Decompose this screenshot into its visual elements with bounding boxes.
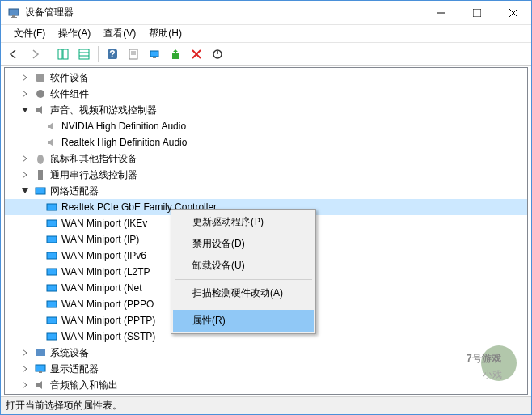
svg-rect-9: [79, 49, 89, 59]
svg-rect-31: [47, 252, 57, 259]
tree-node-display-adapters[interactable]: 显示适配器: [5, 361, 527, 377]
maximize-button[interactable]: [458, 1, 495, 25]
mouse-icon: [34, 152, 47, 165]
svg-rect-34: [47, 301, 57, 307]
collapse-icon[interactable]: [19, 185, 31, 197]
svg-rect-4: [473, 9, 481, 17]
audio-icon: [34, 104, 47, 116]
network-adapter-icon: [45, 217, 58, 230]
svg-rect-29: [47, 220, 57, 227]
collapse-icon[interactable]: [19, 104, 31, 116]
network-adapter-icon: [45, 265, 58, 278]
svg-rect-37: [36, 349, 45, 356]
tree-node-system-devices[interactable]: 系统设备: [5, 345, 527, 361]
toolbar: ?: [1, 43, 531, 66]
usb-icon: [34, 168, 47, 181]
expand-icon[interactable]: [19, 153, 31, 164]
device-category-icon: [34, 87, 47, 100]
menu-view[interactable]: 查看(V): [97, 25, 142, 42]
svg-rect-38: [36, 365, 45, 371]
svg-rect-2: [11, 17, 17, 18]
expand-icon[interactable]: [19, 363, 31, 375]
status-text: 打开当前选择项的属性表。: [6, 399, 122, 413]
svg-rect-26: [38, 170, 43, 180]
tree-node-audio-io[interactable]: 音频输入和输出: [5, 377, 527, 393]
network-icon: [34, 184, 47, 197]
ctx-separator: [175, 307, 312, 307]
svg-rect-8: [63, 49, 68, 59]
menu-action[interactable]: 操作(A): [52, 25, 97, 42]
device-category-icon: [34, 71, 47, 84]
expand-icon[interactable]: [19, 88, 31, 100]
network-adapter-icon: [45, 298, 58, 311]
audio-device-icon: [45, 136, 58, 149]
tree-node-sound-video-game[interactable]: 声音、视频和游戏控制器: [5, 102, 527, 118]
svg-text:?: ?: [109, 49, 115, 60]
ctx-update-driver[interactable]: 更新驱动程序(P): [173, 211, 314, 233]
window-title: 设备管理器: [25, 6, 422, 19]
svg-point-25: [37, 155, 44, 164]
expand-icon[interactable]: [19, 169, 31, 180]
menu-help[interactable]: 帮助(H): [142, 25, 188, 42]
svg-rect-39: [39, 371, 42, 373]
app-icon: [7, 6, 20, 19]
tree-node-software-components[interactable]: 软件组件: [5, 86, 527, 102]
menubar: 文件(F) 操作(A) 查看(V) 帮助(H): [1, 25, 531, 43]
close-button[interactable]: [495, 1, 531, 25]
context-menu: 更新驱动程序(P) 禁用设备(D) 卸载设备(U) 扫描检测硬件改动(A) 属性…: [171, 209, 316, 334]
svg-rect-23: [36, 74, 44, 82]
svg-rect-28: [47, 204, 57, 210]
disable-button[interactable]: [208, 44, 227, 64]
menu-file[interactable]: 文件(F): [7, 25, 52, 42]
audio-io-icon: [34, 379, 47, 392]
show-hide-tree-button[interactable]: [53, 44, 73, 64]
network-adapter-icon: [45, 330, 58, 343]
svg-rect-32: [47, 269, 57, 275]
svg-rect-1: [12, 15, 15, 17]
network-adapter-icon: [45, 314, 58, 327]
back-button[interactable]: [4, 44, 23, 64]
properties-button[interactable]: [124, 44, 143, 64]
svg-rect-18: [153, 57, 156, 58]
tree-node-network-adapters[interactable]: 网络适配器: [5, 183, 527, 199]
uninstall-button[interactable]: [187, 44, 206, 64]
expand-icon[interactable]: [19, 72, 31, 83]
audio-device-icon: [45, 120, 58, 133]
scan-hardware-button[interactable]: [145, 44, 164, 64]
ctx-scan-hardware[interactable]: 扫描检测硬件改动(A): [173, 282, 314, 304]
tree-node-mouse[interactable]: 鼠标和其他指针设备: [5, 150, 527, 167]
display-icon: [34, 362, 47, 375]
tree-node-realtek-audio[interactable]: Realtek High Definition Audio: [5, 134, 527, 150]
update-driver-button[interactable]: [166, 44, 185, 64]
svg-rect-33: [47, 285, 57, 291]
tree-node-usb[interactable]: 通用串行总线控制器: [5, 167, 527, 183]
forward-button[interactable]: [25, 44, 44, 64]
system-icon: [34, 346, 47, 359]
svg-rect-0: [9, 9, 19, 15]
svg-rect-7: [58, 49, 62, 59]
svg-rect-17: [150, 51, 158, 57]
network-adapter-icon: [45, 249, 58, 262]
ctx-separator: [175, 279, 312, 280]
ctx-disable-device[interactable]: 禁用设备(D): [173, 233, 314, 255]
svg-rect-30: [47, 236, 57, 243]
ctx-uninstall-device[interactable]: 卸载设备(U): [173, 255, 314, 277]
ctx-properties[interactable]: 属性(R): [173, 310, 314, 332]
svg-rect-27: [36, 188, 45, 194]
svg-point-24: [36, 90, 44, 98]
expand-icon[interactable]: [19, 347, 31, 358]
svg-rect-36: [47, 333, 57, 340]
details-view-button[interactable]: [74, 44, 94, 64]
tree-node-nvidia-audio[interactable]: NVIDIA High Definition Audio: [5, 118, 527, 134]
window-controls: [422, 1, 531, 25]
minimize-button[interactable]: [422, 1, 458, 25]
network-adapter-icon: [45, 233, 58, 246]
statusbar: 打开当前选择项的属性表。: [1, 396, 531, 414]
expand-icon[interactable]: [19, 379, 31, 391]
svg-rect-35: [47, 317, 57, 324]
network-adapter-icon: [45, 201, 58, 214]
network-adapter-icon: [45, 282, 58, 294]
help-button[interactable]: ?: [103, 44, 122, 64]
tree-node-software-devices[interactable]: 软件设备: [5, 70, 527, 86]
titlebar: 设备管理器: [1, 1, 531, 25]
